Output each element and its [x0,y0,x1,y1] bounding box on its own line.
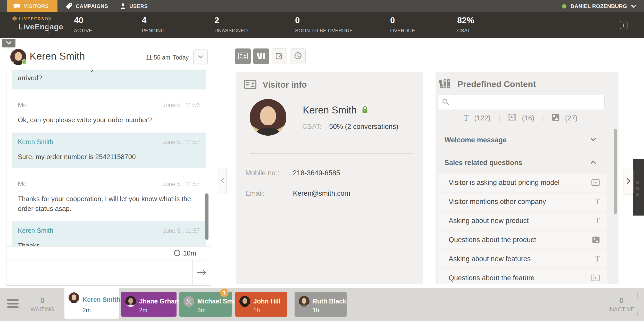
section-welcome-message[interactable]: Welcome message [436,133,607,147]
compose-note-button[interactable] [272,48,287,64]
chat-actions-dropdown[interactable] [193,50,208,65]
text-icon: T [595,197,600,206]
expand-drawer-button[interactable] [624,169,633,194]
online-status-dot [22,59,27,64]
chat-message: Keren Smith June 5 , 11:57 Thanks. [12,221,206,246]
nav-tab-visitors[interactable]: VISITORS [7,0,57,12]
history-button[interactable] [290,48,306,64]
chat-message: Hello, I'd like to know why the item I'v… [12,70,206,89]
chevron-left-icon [221,178,224,184]
online-status-dot [562,4,566,9]
chat-header: Keren Smith 11:56 amToday [10,49,211,65]
predefined-content-toggle-button[interactable] [253,48,269,64]
message-sender: Keren Smith [18,138,53,146]
filter-count: (27) [565,114,578,122]
video-icon[interactable] [508,114,516,122]
lock-icon [362,106,368,115]
video-icon [591,179,600,186]
divider: | [540,114,546,122]
stat-unassigned: 2 UNASSIGNED [214,15,248,34]
stat-pending: 4 PENDING [142,15,165,34]
message-timestamp: June 5 , 11:57 [163,139,200,146]
nav-tab-label: VISITORS [24,3,49,9]
widget-toolbar [235,48,306,64]
avatar [125,296,136,307]
panel-title: Visitor info [263,80,307,90]
chevron-down-icon [6,41,12,45]
chat-start-time: 11:56 amToday [146,54,189,61]
divider: | [496,114,502,122]
visitor-info-card-icon [238,52,248,61]
visitor-field-mobile: Mobile no.: 218-3649-6585 [245,169,340,177]
video-icon [591,275,600,281]
session-timer-row: 10m [6,246,211,260]
hamburger-menu-icon[interactable] [7,299,19,310]
predefined-item[interactable]: Asking about new features T [438,250,607,268]
search-input[interactable] [453,98,600,106]
panel-title: Predefined Content [457,79,536,89]
message-timestamp: June 5 , 11:57 [163,227,200,234]
session-timer: 10m [183,249,196,257]
avatar [69,292,79,303]
image-icon[interactable] [552,114,559,123]
chat-messages[interactable]: Hello, I'd like to know why the item I'v… [6,70,211,246]
nav-tab-campaigns[interactable]: CAMPAIGNS [59,0,115,12]
divider [438,152,607,152]
brand-logo[interactable]: LIVEPERSON LiveEngage [12,16,63,31]
user-menu[interactable]: DANIEL ROZENBURG [562,0,636,12]
tag-icon [65,3,72,10]
predefined-items-list: Visitor is asking about pricing model Vi… [438,174,607,284]
filter-count: (122) [474,114,490,122]
collapse-panel-button[interactable] [2,39,15,47]
divider [438,130,607,130]
send-button[interactable] [192,260,211,285]
chat-message: Me June 5 , 11:57 Thanks for your cooper… [12,180,206,213]
text-icon[interactable]: T [464,113,469,123]
chat-bubble-icon [13,3,20,9]
chat-scrollbar[interactable] [205,193,208,240]
drawer-dot [636,193,639,196]
conversation-tab-jhane-grham[interactable]: Jhane Grham 2m [121,292,177,317]
placeholder-avatar-icon [183,296,194,307]
avatar [299,296,310,307]
conversations-bar: 0 WAITING Keren Smith 2m Jhane Grham 2m … [0,288,644,321]
waiting-queue-box[interactable]: 0 WAITING [27,293,58,316]
predefined-item[interactable]: Visitor is asking about pricing model [438,174,607,192]
drawer-dot [636,181,639,184]
collapse-visitor-info-button[interactable] [218,168,227,194]
chevron-down-icon [590,138,596,142]
nav-tab-users[interactable]: USERS [113,0,154,12]
drawer-dot [636,187,639,190]
nav-tab-label: CAMPAIGNS [76,3,108,9]
stat-csat: 82% CSAT [457,15,474,34]
message-sender: Me [18,180,27,188]
gear-icon [12,16,17,22]
conversation-tab-ruth-black[interactable]: Ruth Black 1h [295,292,347,317]
conversation-tab-keren-smith[interactable]: Keren Smith 2m [64,288,119,319]
person-icon [120,3,126,9]
message-timestamp: June 5 , 11:56 [163,102,200,109]
predefined-item[interactable]: Questions about the feature [438,269,607,284]
stat-active: 40 ACTIVE [74,15,92,34]
predefined-item[interactable]: Questions about the product [438,231,607,249]
visitor-info-toggle-button[interactable] [235,48,251,64]
conversation-tab-michael-smith[interactable]: 1 Michael Smi.. 3m [179,292,232,317]
conversation-tab-john-hill[interactable]: John Hill 1h [235,292,287,317]
info-icon[interactable]: i [620,21,628,29]
collapsed-side-drawer[interactable] [633,159,644,216]
message-input[interactable] [6,260,192,285]
send-arrow-icon [197,269,207,277]
predefined-item[interactable]: Visitor mentions other company T [438,193,607,211]
predefined-scrollbar[interactable] [614,129,617,214]
text-icon: T [595,216,600,225]
avatar [239,296,250,307]
section-sales-related-questions[interactable]: Sales related questions [436,155,607,170]
divider [250,153,413,154]
brand-line2: LiveEngage [19,22,63,31]
visitor-name: Keren Smith [303,105,357,116]
predefined-item[interactable]: Asking about new product T [438,212,607,230]
message-sender: Me [18,101,27,109]
inactive-queue-box[interactable]: 0 INACTIVE [605,293,638,316]
predefined-content-icon [257,52,266,61]
message-sender: Keren Smith [18,227,53,234]
